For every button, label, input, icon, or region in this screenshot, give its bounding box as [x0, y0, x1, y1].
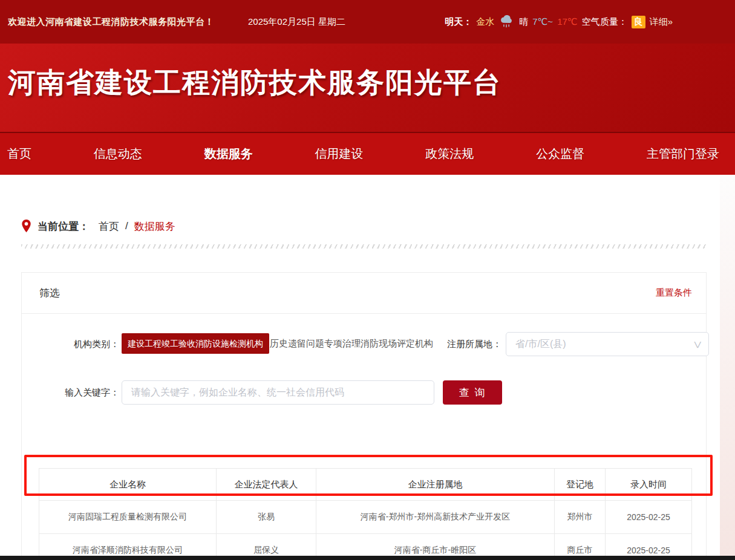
reset-filters-link[interactable]: 重置条件 [656, 287, 692, 299]
col-header-representative: 企业法定代表人 [217, 469, 316, 501]
aqi-badge: 良 [632, 16, 645, 28]
filter-panel: 筛选 重置条件 机构类别： 建设工程竣工验收消防设施检测机构 历史遗留问题专项治… [21, 272, 707, 560]
weather-detail-link[interactable]: 详细» [650, 16, 673, 28]
cell-representative: 张易 [217, 501, 316, 534]
table-header-row: 企业名称 企业法定代表人 企业注册属地 登记地 录入时间 [39, 469, 692, 501]
nav-item-supervision[interactable]: 公众监督 [536, 146, 584, 162]
weather-widget: 明天： 金水 晴 7℃~ 17℃ 空气质量： 良 详细» [445, 15, 673, 28]
weather-temp-high: 17℃ [557, 16, 578, 27]
cell-registered-location: 河南省-郑州市-郑州高新技术产业开发区 [316, 501, 555, 534]
welcome-text: 欢迎进入河南省建设工程消防技术服务阳光平台！ [8, 16, 214, 28]
region-select-placeholder: 省/市/区(县) [515, 338, 566, 351]
table-row[interactable]: 河南固瑞工程质量检测有限公司 张易 河南省-郑州市-郑州高新技术产业开发区 郑州… [39, 501, 692, 534]
weather-district: 金水 [476, 16, 494, 28]
region-label: 注册所属地： [419, 332, 501, 356]
aqi-label: 空气质量： [582, 16, 627, 28]
col-header-registered-location: 企业注册属地 [316, 469, 555, 501]
filter-title: 筛选 [39, 286, 60, 300]
category-option-inactive[interactable]: 历史遗留问题专项治理消防现场评定机构 [270, 333, 433, 354]
weather-condition: 晴 [519, 16, 528, 28]
cell-entry-date: 2025-02-25 [606, 501, 692, 534]
page-title: 河南省建设工程消防技术服务阳光平台 [8, 64, 501, 102]
main-nav: 首页 信息动态 数据服务 信用建设 政策法规 公众监督 主管部门登录 [0, 132, 735, 175]
category-filter-row: 机构类别： 建设工程竣工验收消防设施检测机构 历史遗留问题专项治理消防现场评定机… [39, 332, 706, 356]
keyword-label: 输入关键字： [39, 380, 119, 405]
keyword-filter-row: 输入关键字： 查 询 [39, 380, 706, 405]
nav-item-news[interactable]: 信息动态 [94, 146, 142, 162]
results-table: 企业名称 企业法定代表人 企业注册属地 登记地 录入时间 河南固瑞工程质量检测有… [39, 468, 692, 560]
keyword-input[interactable] [122, 380, 434, 405]
breadcrumb-separator: / [125, 220, 128, 232]
nav-item-data-service[interactable]: 数据服务 [204, 146, 253, 162]
chevron-down-icon: ⋁ [694, 340, 701, 348]
bottom-dark-bar [0, 556, 735, 560]
nav-item-credit[interactable]: 信用建设 [315, 146, 363, 162]
breadcrumb-label: 当前位置： [38, 220, 89, 233]
category-option-active[interactable]: 建设工程竣工验收消防设施检测机构 [122, 333, 269, 354]
region-select[interactable]: 省/市/区(县) ⋁ [506, 332, 709, 356]
col-header-entry-date: 录入时间 [606, 469, 692, 501]
date-text: 2025年02月25日 星期二 [248, 16, 345, 28]
rain-cloud-icon [498, 15, 515, 28]
location-pin-icon [21, 219, 31, 233]
weather-temp-low: 7℃~ [532, 16, 553, 27]
col-header-company: 企业名称 [39, 469, 217, 501]
nav-item-admin-login[interactable]: 主管部门登录 [647, 146, 719, 162]
breadcrumb-current-link[interactable]: 数据服务 [134, 220, 175, 233]
filter-panel-body: 机构类别： 建设工程竣工验收消防设施检测机构 历史遗留问题专项治理消防现场评定机… [22, 314, 706, 560]
search-button[interactable]: 查 询 [443, 380, 502, 405]
weather-tomorrow-label: 明天： [445, 16, 472, 28]
category-label: 机构类别： [39, 332, 119, 356]
slash-divider [21, 244, 707, 249]
filter-panel-header: 筛选 重置条件 [22, 273, 706, 314]
cell-company: 河南固瑞工程质量检测有限公司 [39, 501, 217, 534]
nav-item-policy[interactable]: 政策法规 [425, 146, 474, 162]
right-edge-gradient [720, 175, 735, 556]
col-header-registry-city: 登记地 [555, 469, 606, 501]
breadcrumb-home-link[interactable]: 首页 [99, 220, 119, 233]
breadcrumb: 当前位置： 首页 / 数据服务 [21, 219, 175, 233]
site-banner: 河南省建设工程消防技术服务阳光平台 [0, 44, 735, 132]
nav-item-home[interactable]: 首页 [7, 146, 31, 162]
top-utility-bar: 欢迎进入河南省建设工程消防技术服务阳光平台！ 2025年02月25日 星期二 明… [0, 0, 735, 44]
cell-registry-city: 郑州市 [555, 501, 606, 534]
